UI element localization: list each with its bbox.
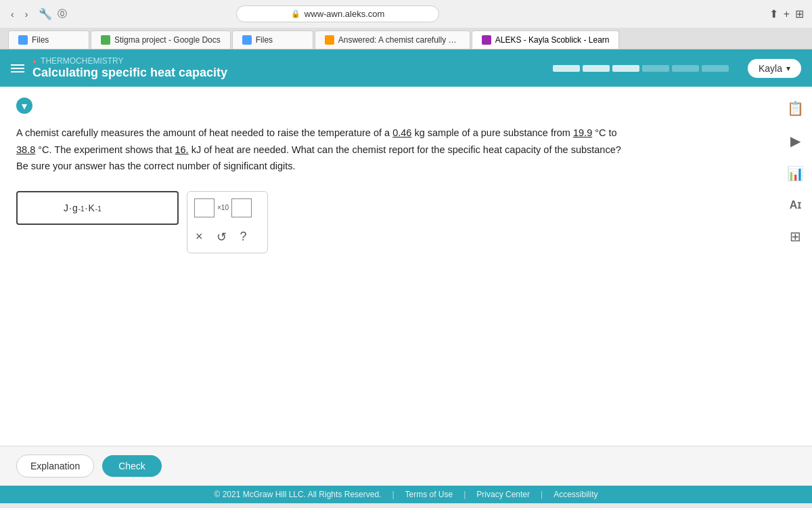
subject-label: THERMOCHEMISTRY	[41, 56, 123, 66]
lock-icon: 🔒	[291, 9, 300, 18]
value-temp-start: 19.9	[573, 127, 592, 138]
sci-base-box[interactable]	[194, 198, 215, 217]
privacy-link[interactable]: Privacy Center	[476, 490, 530, 499]
answer-box[interactable]: J · g -1 · K -1	[16, 191, 179, 225]
grid-view-button[interactable]: ⊞	[795, 7, 804, 20]
check-label: Check	[118, 461, 145, 471]
book-icon: 📋	[787, 101, 804, 116]
scientific-input-row: ×10	[194, 198, 261, 217]
hamburger-line	[11, 71, 24, 72]
tab-stigma[interactable]: Stigma project - Google Docs	[91, 30, 231, 49]
undo-icon: ↺	[217, 230, 227, 244]
book-icon-button[interactable]: 📋	[784, 98, 807, 119]
tab-aleks[interactable]: ALEKS - Kayla Scoblick - Learn	[472, 30, 620, 49]
dev-tools-icon: 🔧	[39, 7, 52, 20]
progress-seg-2	[583, 65, 610, 72]
terms-link[interactable]: Terms of Use	[405, 490, 453, 499]
footer-sep2: |	[464, 490, 466, 499]
header-title: ● THERMOCHEMISTRY Calculating specific h…	[32, 56, 545, 80]
chevron-down-icon: ▾	[786, 64, 790, 73]
tab-icon-stigma	[101, 35, 110, 45]
add-tab-button[interactable]: +	[784, 7, 790, 20]
unit-k: K	[88, 203, 94, 213]
hamburger-menu-button[interactable]	[11, 64, 24, 72]
unit-dot2: ·	[85, 203, 88, 213]
check-button[interactable]: Check	[102, 455, 162, 477]
content-area: ▾ A chemist carefully measures the amoun…	[0, 87, 812, 446]
footer-sep3: |	[541, 490, 543, 499]
address-bar[interactable]: 🔒 www-awn.aleks.com	[236, 5, 439, 22]
value-mass: 0.46	[392, 127, 411, 138]
chart-icon-button[interactable]: 📊	[784, 163, 807, 184]
progress-seg-3	[612, 65, 639, 72]
pin-icon: ⓪	[58, 8, 67, 20]
tab-answered[interactable]: Answered: A chemist carefully measure...	[315, 30, 470, 49]
chart-icon: 📊	[787, 166, 804, 181]
page-title: Calculating specific heat capacity	[32, 66, 545, 80]
value-heat: 16.	[175, 144, 188, 155]
progress-seg-5	[672, 65, 699, 72]
tab-icon-aleks	[482, 35, 491, 45]
bottom-bar: Explanation Check	[0, 446, 812, 486]
undo-button[interactable]: ↺	[215, 228, 228, 246]
browser-chrome: ‹ › 🔧 ⓪ 🔒 www-awn.aleks.com ⬆ + ⊞ Files …	[0, 0, 812, 49]
play-icon: ▶	[790, 133, 800, 148]
times-ten-label: ×10	[217, 204, 229, 211]
answer-input[interactable]	[27, 202, 61, 213]
sci-exp-box[interactable]	[231, 198, 252, 217]
aleks-header: ● THERMOCHEMISTRY Calculating specific h…	[0, 49, 812, 87]
hamburger-line	[11, 68, 24, 69]
value-temp-end: 38.8	[16, 144, 35, 155]
progress-bar	[553, 65, 729, 72]
play-icon-button[interactable]: ▶	[788, 130, 803, 152]
help-icon: ?	[240, 230, 247, 243]
times-button[interactable]: ×	[194, 228, 204, 245]
unit-display: J · g -1 · K -1	[64, 203, 102, 213]
answer-section: J · g -1 · K -1 ×10 ×	[16, 191, 796, 253]
url-text: www-awn.aleks.com	[304, 9, 384, 19]
unit-j: J	[64, 203, 68, 213]
explanation-label: Explanation	[30, 461, 80, 471]
grid-icon: ⊞	[790, 229, 801, 244]
unit-g-exp: -1	[78, 205, 85, 213]
tab-files2[interactable]: Files	[232, 30, 313, 49]
chevron-down-icon: ▾	[22, 100, 27, 112]
right-sidebar: 📋 ▶ 📊 Aɪ ⊞	[784, 98, 807, 247]
tab-icon-files1	[18, 35, 28, 45]
unit-k-exp: -1	[95, 205, 102, 213]
control-buttons: × ↺ ?	[194, 226, 261, 246]
share-button[interactable]: ⬆	[769, 7, 778, 20]
user-name: Kayla	[759, 63, 782, 74]
user-menu-button[interactable]: Kayla ▾	[748, 59, 801, 78]
progress-seg-1	[553, 65, 580, 72]
scientific-controls: ×10 × ↺ ?	[187, 191, 268, 253]
progress-seg-6	[702, 65, 729, 72]
hamburger-line	[11, 64, 24, 66]
expand-button[interactable]: ▾	[16, 98, 32, 114]
explanation-button[interactable]: Explanation	[16, 454, 94, 478]
help-button[interactable]: ?	[239, 228, 248, 245]
unit-g: g	[72, 203, 78, 213]
main-container: ● THERMOCHEMISTRY Calculating specific h…	[0, 49, 812, 503]
grid-icon-button[interactable]: ⊞	[787, 226, 804, 247]
browser-controls: ‹ ›	[8, 7, 30, 21]
browser-top-bar: ‹ › 🔧 ⓪ 🔒 www-awn.aleks.com ⬆ + ⊞	[0, 0, 812, 28]
tab-files1[interactable]: Files	[8, 30, 89, 49]
copyright-text: © 2021 McGraw Hill LLC. All Rights Reser…	[214, 490, 381, 499]
forward-button[interactable]: ›	[22, 7, 31, 21]
text-icon-button[interactable]: Aɪ	[787, 195, 805, 215]
footer: © 2021 McGraw Hill LLC. All Rights Reser…	[0, 486, 812, 503]
times-icon: ×	[196, 230, 203, 243]
tab-icon-answered	[325, 35, 334, 45]
text-icon: Aɪ	[790, 199, 802, 211]
footer-sep1: |	[392, 490, 394, 499]
tab-icon-files2	[242, 35, 252, 45]
back-button[interactable]: ‹	[8, 7, 17, 21]
unit-dot1: ·	[69, 203, 72, 213]
accessibility-link[interactable]: Accessibility	[554, 490, 597, 499]
browser-tabs: Files Stigma project - Google Docs Files…	[0, 28, 812, 49]
progress-seg-4	[642, 65, 669, 72]
question-text: A chemist carefully measures the amount …	[16, 125, 625, 175]
